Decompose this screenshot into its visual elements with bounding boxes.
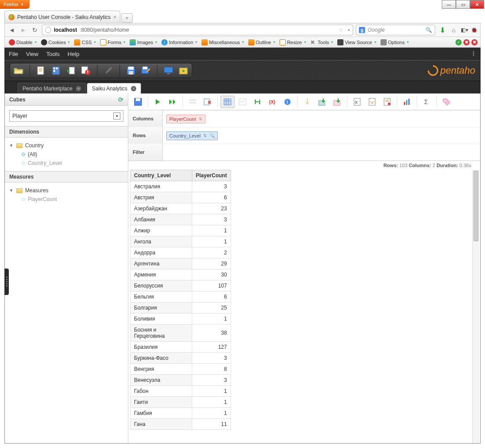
tree-node-country[interactable]: ▼ Country: [9, 141, 123, 150]
stats-icon[interactable]: Σ: [420, 96, 434, 108]
menu-tools[interactable]: Tools: [46, 51, 60, 57]
tab-marketplace[interactable]: Pentaho Marketplace ×: [18, 83, 86, 93]
menu-overflow-icon[interactable]: •••: [471, 51, 476, 56]
export-xls-down2-icon[interactable]: [330, 96, 344, 108]
back-button[interactable]: ◄: [7, 26, 16, 34]
firefox-menu-button[interactable]: Firefox: [0, 0, 30, 9]
tree-node-playercount[interactable]: PlayerCount: [9, 195, 123, 204]
spark-mode-icon[interactable]: [235, 96, 250, 108]
refresh-icon[interactable]: ⟳: [118, 96, 123, 103]
close-tab-icon[interactable]: ×: [131, 86, 136, 91]
home-button[interactable]: ⌂: [449, 26, 458, 34]
sort-icon[interactable]: ⇅: [199, 117, 202, 121]
col-header[interactable]: PlayerCount: [192, 170, 231, 181]
table-row[interactable]: Белоруссия107: [131, 280, 231, 291]
maximize-button[interactable]: ▭: [456, 0, 470, 9]
cube-select[interactable]: Player ▾: [9, 110, 123, 122]
dev-info[interactable]: iInformation: [160, 39, 198, 45]
dropdown-icon[interactable]: ▾: [113, 112, 120, 119]
run-icon[interactable]: [151, 96, 165, 108]
table-row[interactable]: Буркина-Фасо3: [131, 353, 231, 364]
table-row[interactable]: Гана11: [131, 419, 231, 430]
scrollbar-thumb[interactable]: [474, 171, 478, 241]
collapse-icon[interactable]: ▼: [9, 143, 14, 148]
table-row[interactable]: Армения30: [131, 269, 231, 280]
drill-down-icon[interactable]: [300, 96, 314, 108]
col-header[interactable]: Country_Level: [131, 170, 192, 181]
dev-err2-icon[interactable]: ✖: [471, 39, 478, 45]
table-row[interactable]: Гаити1: [131, 397, 231, 408]
url-input[interactable]: localhost:8080/pentaho/Home ☆ ▾: [42, 25, 353, 35]
dev-err-icon[interactable]: ✖: [463, 39, 470, 45]
forward-button[interactable]: ►: [19, 26, 28, 34]
download-doc-icon[interactable]: [66, 66, 76, 75]
datasource-icon[interactable]: [51, 66, 61, 75]
dev-outline[interactable]: Outline: [247, 39, 276, 45]
bookmark-star-icon[interactable]: ☆: [339, 27, 343, 33]
dev-misc[interactable]: Miscellaneous: [200, 39, 245, 45]
dropdown-icon[interactable]: ▾: [348, 28, 350, 32]
doc-alert-icon[interactable]: [81, 66, 91, 75]
chip-playercount[interactable]: PlayerCount ⇅: [166, 115, 205, 123]
new-tab-button[interactable]: +: [121, 13, 133, 23]
nonempty-icon[interactable]: [201, 96, 215, 108]
save-edit-icon[interactable]: [141, 66, 151, 75]
save-query-icon[interactable]: [131, 96, 145, 108]
pencil-icon[interactable]: [104, 66, 113, 75]
table-row[interactable]: Аргентина29: [131, 258, 231, 269]
new-doc-icon[interactable]: [36, 66, 46, 75]
table-mode-icon[interactable]: [220, 96, 235, 108]
monitor-icon[interactable]: [164, 66, 173, 75]
close-tab-icon[interactable]: ×: [76, 86, 81, 91]
table-row[interactable]: Габон1: [131, 386, 231, 397]
tree-node-country-level[interactable]: Country_Level: [9, 159, 123, 168]
table-row[interactable]: Бразилия127: [131, 342, 231, 353]
dev-ok-icon[interactable]: ✓: [455, 39, 462, 45]
play-folder-icon[interactable]: [179, 66, 188, 75]
table-row[interactable]: Австралия3: [131, 181, 231, 192]
dev-disable[interactable]: Disable: [7, 39, 38, 45]
open-folder-icon[interactable]: [14, 66, 23, 75]
table-row[interactable]: Гамбия1: [131, 408, 231, 419]
close-tab-icon[interactable]: ×: [113, 14, 116, 20]
dev-viewsource[interactable]: View Source: [336, 39, 377, 45]
dev-css[interactable]: CSS: [73, 39, 97, 45]
save-floppy-icon[interactable]: [126, 66, 136, 75]
columns-drop-zone[interactable]: PlayerCount ⇅: [163, 110, 480, 127]
table-row[interactable]: Боливия1: [131, 314, 231, 325]
dev-tools[interactable]: ✖Tools: [309, 39, 335, 45]
tree-node-all[interactable]: (All): [9, 150, 123, 159]
mdx-icon[interactable]: {X}: [265, 96, 280, 108]
browser-tab-active[interactable]: Pentaho User Console - Saiku Analytics ×: [4, 11, 120, 23]
search-input[interactable]: g Google 🔍: [356, 25, 435, 35]
dev-forms[interactable]: Forms: [99, 39, 127, 45]
downloads-button[interactable]: ⬇: [438, 26, 447, 34]
chip-countrylevel[interactable]: Country_Level ⇅ 🔍: [166, 131, 218, 140]
hide-parents-icon[interactable]: [186, 96, 200, 108]
dev-resize[interactable]: Resize: [278, 39, 307, 45]
scrollbar-track[interactable]: [472, 170, 479, 443]
reload-button[interactable]: ↻: [30, 26, 39, 34]
dev-images[interactable]: Images: [128, 39, 158, 45]
table-row[interactable]: Алжир1: [131, 225, 231, 236]
table-row[interactable]: Азербайджан23: [131, 203, 231, 214]
rows-drop-zone[interactable]: Country_Level ⇅ 🔍: [163, 127, 480, 144]
menu-help[interactable]: Help: [67, 51, 79, 57]
left-drawer-handle[interactable]: [4, 269, 9, 295]
menu-file[interactable]: File: [9, 51, 18, 57]
dev-cookies[interactable]: Cookies: [40, 39, 71, 45]
close-window-button[interactable]: ✕: [470, 0, 484, 9]
filter-drop-zone[interactable]: [163, 144, 480, 161]
table-row[interactable]: Австрия6: [131, 192, 231, 203]
sort-icon[interactable]: ⇅: [203, 134, 207, 138]
export-pdf-icon[interactable]: [380, 96, 394, 108]
table-row[interactable]: Венесуэла3: [131, 375, 231, 386]
result-scroll[interactable]: Country_Level PlayerCount Австралия3Авст…: [130, 170, 480, 443]
about-icon[interactable]: i: [280, 96, 295, 108]
chart-icon[interactable]: [400, 96, 414, 108]
table-row[interactable]: Босния и Герцеговина38: [131, 325, 231, 342]
collapse-icon[interactable]: ▼: [9, 188, 14, 193]
run-auto-icon[interactable]: [166, 96, 180, 108]
table-row[interactable]: Андорра2: [131, 247, 231, 258]
table-row[interactable]: Ангола1: [131, 236, 231, 247]
